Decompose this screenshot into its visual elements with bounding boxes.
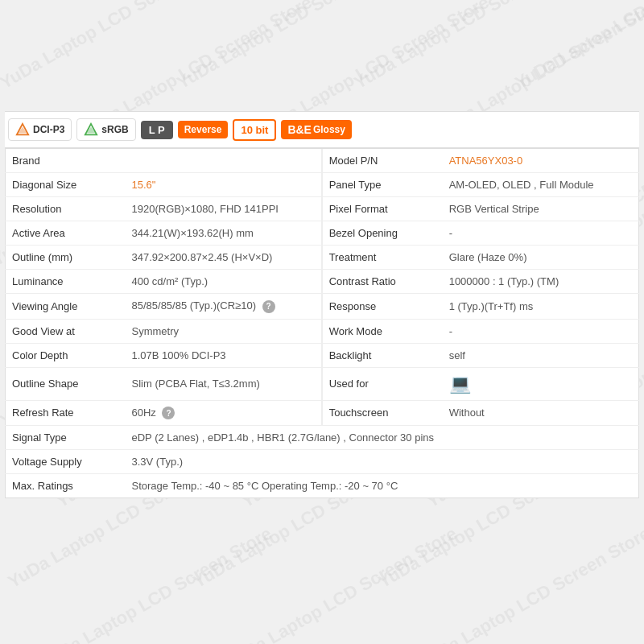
badge-lp: L P (141, 121, 173, 139)
lp-label: L P (149, 124, 165, 136)
pixel-format-label: Pixel Format (323, 197, 443, 221)
badge-srgb: sRGB (76, 118, 135, 141)
reverse-label: Reverse (184, 124, 222, 135)
refresh-rate-label: Refresh Rate (6, 400, 126, 426)
table-row: Color Depth 1.07B 100% DCI-P3 Backlight … (6, 343, 639, 367)
color-depth-value: 1.07B 100% DCI-P3 (126, 343, 322, 367)
bezel-opening-value: - (443, 221, 639, 246)
10bit-label: 10 bit (241, 124, 268, 136)
panel-type-label: Panel Type (323, 173, 443, 197)
watermark: YuDa Laptop LCD Screen Store (415, 523, 644, 644)
table-row: Resolution 1920(RGB)×1080, FHD 141PPI Pi… (6, 197, 639, 221)
bezel-opening-label: Bezel Opening (323, 221, 443, 246)
badge-dci-p3: DCI-P3 (8, 118, 72, 141)
table-row: Max. Ratings Storage Temp.: -40 ~ 85 °C … (6, 474, 639, 498)
treatment-label: Treatment (323, 246, 443, 270)
top-area (5, 6, 639, 111)
table-row: Active Area 344.21(W)×193.62(H) mm Bezel… (6, 221, 639, 246)
diagonal-size-label: Diagonal Size (6, 173, 126, 197)
brand-label: Brand (6, 149, 126, 173)
table-row: Outline (mm) 347.92×200.87×2.45 (H×V×D) … (6, 246, 639, 270)
signal-type-value: eDP (2 Lanes) , eDP1.4b , HBR1 (2.7G/lan… (126, 426, 639, 450)
backlight-value: self (443, 343, 639, 367)
response-value: 1 (Typ.)(Tr+Tf) ms (443, 294, 639, 320)
work-mode-label: Work Mode (323, 319, 443, 343)
table-row: Diagonal Size 15.6" Panel Type AM-OLED, … (6, 173, 639, 197)
outline-value: 347.92×200.87×2.45 (H×V×D) (126, 246, 322, 270)
table-row: Good View at Symmetry Work Mode - (6, 319, 639, 343)
good-view-label: Good View at (6, 319, 126, 343)
used-for-label: Used for (323, 367, 443, 400)
srgb-icon (84, 122, 98, 137)
touchscreen-value: Without (443, 400, 639, 426)
badge-10bit: 10 bit (233, 119, 276, 141)
diagonal-size-value[interactable]: 15.6" (126, 173, 322, 197)
outline-shape-label: Outline Shape (6, 367, 126, 400)
specs-table: Brand Model P/N ATNA56YX03-0 Diagonal Si… (5, 148, 639, 498)
table-row: Signal Type eDP (2 Lanes) , eDP1.4b , HB… (6, 426, 639, 450)
color-depth-label: Color Depth (6, 343, 126, 367)
treatment-value: Glare (Haze 0%) (443, 246, 639, 270)
active-area-label: Active Area (6, 221, 126, 246)
outline-label: Outline (mm) (6, 246, 126, 270)
max-ratings-label: Max. Ratings (6, 474, 126, 498)
table-row: Brand Model P/N ATNA56YX03-0 (6, 149, 639, 173)
model-pn-label: Model P/N (323, 149, 443, 173)
table-row: Luminance 400 cd/m² (Typ.) Contrast Rati… (6, 270, 639, 294)
voltage-supply-value: 3.3V (Typ.) (126, 450, 639, 474)
good-view-value: Symmetry (126, 319, 322, 343)
laptop-icon: 💻 (449, 374, 471, 394)
used-for-value: 💻 (443, 367, 639, 400)
outline-shape-value: Slim (PCBA Flat, T≤3.2mm) (126, 367, 322, 400)
glossy-label: Glossy (313, 124, 345, 135)
contrast-ratio-label: Contrast Ratio (323, 270, 443, 294)
be-logo: B&E (287, 123, 312, 136)
pixel-format-value: RGB Vertical Stripe (443, 197, 639, 221)
luminance-value: 400 cd/m² (Typ.) (126, 270, 322, 294)
signal-type-label: Signal Type (6, 426, 126, 450)
backlight-label: Backlight (323, 343, 443, 367)
resolution-value: 1920(RGB)×1080, FHD 141PPI (126, 197, 322, 221)
viewing-angle-value: 85/85/85/85 (Typ.)(CR≥10) ? (126, 294, 322, 320)
work-mode-value: - (443, 319, 639, 343)
panel-type-value: AM-OLED, OLED , Full Module (443, 173, 639, 197)
model-pn-value[interactable]: ATNA56YX03-0 (443, 149, 639, 173)
contrast-ratio-value: 1000000 : 1 (Typ.) (TM) (443, 270, 639, 294)
viewing-angle-label: Viewing Angle (6, 294, 126, 320)
watermark: YuDa Laptop LCD Screen Store (221, 523, 460, 644)
watermark: YuDa Laptop LCD Screen Store (36, 523, 275, 644)
touchscreen-label: Touchscreen (323, 400, 443, 426)
dci-p3-icon (15, 122, 30, 137)
table-row: Voltage Supply 3.3V (Typ.) (6, 450, 639, 474)
voltage-supply-label: Voltage Supply (6, 450, 126, 474)
luminance-label: Luminance (6, 270, 126, 294)
srgb-label: sRGB (101, 124, 128, 135)
table-row: Viewing Angle 85/85/85/85 (Typ.)(CR≥10) … (6, 294, 639, 320)
table-row: Outline Shape Slim (PCBA Flat, T≤3.2mm) … (6, 367, 639, 400)
badge-row: DCI-P3 sRGB L P Reverse 10 bit (5, 111, 639, 148)
brand-value (126, 149, 322, 173)
badge-reverse: Reverse (178, 121, 229, 138)
resolution-label: Resolution (6, 197, 126, 221)
table-row: Refresh Rate 60Hz ? Touchscreen Without (6, 400, 639, 426)
dci-p3-label: DCI-P3 (33, 124, 64, 135)
refresh-rate-value: 60Hz ? (126, 400, 322, 426)
response-label: Response (323, 294, 443, 320)
active-area-value: 344.21(W)×193.62(H) mm (126, 221, 322, 246)
badge-be-glossy: B&E Glossy (281, 120, 352, 139)
refresh-rate-help-icon[interactable]: ? (162, 407, 175, 419)
viewing-angle-help-icon[interactable]: ? (262, 300, 275, 313)
max-ratings-value: Storage Temp.: -40 ~ 85 °C Operating Tem… (126, 474, 639, 498)
